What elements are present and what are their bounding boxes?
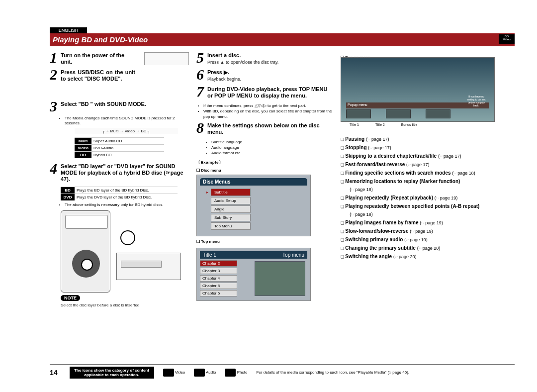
step-7-bullet-1: If the menu continues, press △▽◁▷ to get… [203,103,333,108]
step-1-text: Turn on the power of the unit. [61,52,135,65]
menu-item-subtitle: Subtitle [211,189,251,196]
step-3-number: 3 [50,101,61,112]
step-8-number: 8 [196,122,207,133]
step-5-sub: Press ▲ to open/close the disc tray. [207,60,333,65]
column-2: 5 Insert a disc. Press ▲ to open/close t… [196,52,333,301]
note-badge: NOTE [61,295,80,301]
player-illus [116,253,181,280]
step-7-number: 7 [196,86,207,97]
disc-menu-thumbnail: Disc Menus Subtitle Audio Setup Angle Su… [196,175,311,236]
step-2-number: 2 [50,69,61,80]
example-label: 〔Example〕 [196,160,333,165]
dpad-icon [72,250,100,278]
language-tab: ENGLISH [50,27,87,33]
footer-callout: The icons show the category of content a… [70,367,154,379]
mode-sequence-diagram: ┌→ Multi → Video → BD ┐ [75,128,178,134]
disc-menu-label: ❏ Disc menu [196,168,333,173]
step-5-text: Insert a disc. [207,52,333,59]
top-menu-label: ❏ Top menu [196,239,333,244]
step-4-number: 4 [50,163,61,174]
column-3: ❏ Pop up menu Popup menu If you have no … [341,52,495,261]
page-footer: 14 The icons show the category of conten… [50,364,515,378]
step-6-sub: Playback begins. [207,77,333,82]
mode-table: MultiSuper Audio CD VideoDVD-Audio BDHyb… [75,137,164,158]
step-8-text: Make the settings shown below on the dis… [207,122,333,135]
remote-illus [61,210,110,293]
column-1: 1 Turn on the power of the unit. 2 Press… [50,52,189,308]
sound-mode-button-illus [120,230,135,245]
step-6-text: Press ▶. [207,69,333,76]
page-title: Playing BD and DVD-Video [50,33,515,46]
top-menu-thumbnail: Title 1Top menu Chapter 2 Chapter 3 Chap… [196,248,311,301]
step-3-text: Select "BD " with SOUND MODE. [61,101,189,107]
step-4-text: Select "BD layer" or "DVD layer" for SOU… [61,163,189,183]
layer-note: The above setting is necessary only for … [65,202,189,207]
manual-page: ENGLISH Playing BD and DVD-Video BDVideo… [0,0,537,392]
popup-menu-thumbnail: Popup menu If you have no setting to do,… [341,57,495,122]
step-3-note: The Media changes each time SOUND MODE i… [65,116,189,126]
bd-video-icon: BDVideo [499,34,515,44]
step-1-number: 1 [50,52,61,63]
layer-table: BDPlays the BD layer of the BD hybrid Di… [61,187,178,200]
reference-list: Pausing (☞page 17) Stopping (☞page 17) S… [341,135,495,261]
top-menu-preview [255,261,305,296]
audio-icon [194,369,205,377]
photo-icon [225,369,236,377]
step-6-number: 6 [196,69,207,80]
step-5-number: 5 [196,52,207,63]
step-7-text: During DVD-Video playback, press TOP MEN… [207,86,333,99]
step-2-text: Press USB/DISC on the unit to select "DI… [61,69,135,82]
video-icon [163,369,174,377]
remote-player-illus [61,210,189,293]
footer-right-note: For details of the media corresponding t… [257,370,410,375]
step-7-bullet-2: With BD, depending on the disc, you can … [203,108,333,119]
page-number: 14 [50,369,58,377]
note-text: Select the disc layer before a disc is i… [61,302,189,308]
usb-disc-button-illus [144,52,189,65]
